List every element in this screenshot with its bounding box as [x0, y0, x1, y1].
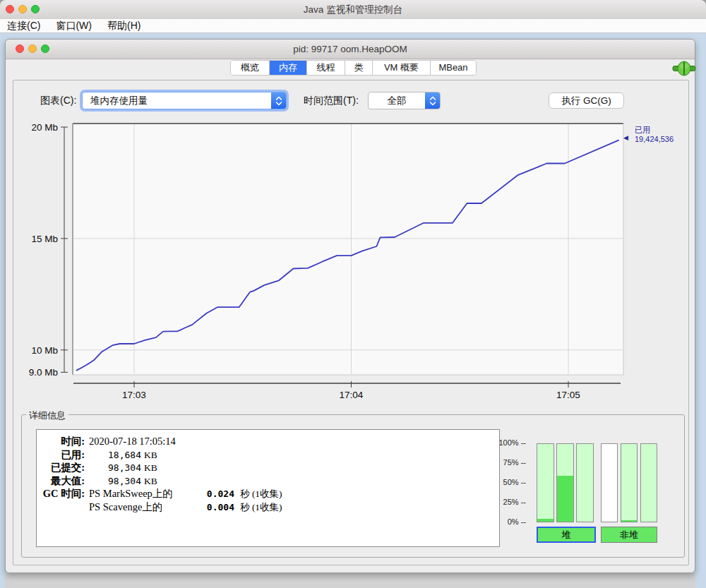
- svg-text:9.0 Mb: 9.0 Mb: [29, 367, 58, 378]
- pid-window-title: pid: 99717 oom.HeapOOM: [6, 40, 695, 59]
- legend-last-value: 19,424,536: [635, 135, 674, 144]
- detail-row-gc-marksweep: GC 时间:PS MarkSweep上的0.024秒 (1收集): [38, 487, 499, 500]
- gauge-bar-fill: [621, 520, 637, 522]
- details-text-panel: 时间:2020-07-18 17:05:14 已用:18,684KB 已提交:9…: [36, 429, 500, 547]
- chart-legend: 已用 19,424,536: [635, 126, 674, 144]
- details-group-title: 详细信息: [26, 409, 68, 422]
- tab-memory[interactable]: 内存: [269, 61, 306, 75]
- svg-text:17:04: 17:04: [340, 390, 364, 400]
- gauge-percent-scale: 100% --75% --50% --25% --0% --: [489, 438, 526, 537]
- memory-pool-gauge-bar[interactable]: [640, 443, 657, 522]
- main-window-titlebar: Java 监视和管理控制台: [0, 0, 706, 20]
- svg-text:17:03: 17:03: [122, 390, 146, 400]
- gauge-scale-label: 0% --: [489, 517, 526, 537]
- memory-pool-gauge-bar[interactable]: [537, 443, 554, 522]
- time-range-combobox[interactable]: 全部: [368, 92, 441, 109]
- chart-select-value: 堆内存使用量: [83, 95, 271, 107]
- detail-row-committed: 已提交:98,304KB: [38, 461, 499, 474]
- nonheap-pool-bars: [601, 443, 657, 522]
- svg-text:15 Mb: 15 Mb: [31, 234, 58, 244]
- pid-window-titlebar: pid: 99717 oom.HeapOOM: [6, 40, 695, 59]
- tabbar: 概览 内存 线程 类 VM 概要 MBean: [230, 60, 477, 76]
- gauge-scale-label: 50% --: [489, 478, 526, 498]
- detail-committed-value: 98,304: [89, 462, 141, 474]
- tab-vm-summary[interactable]: VM 概要: [372, 61, 430, 75]
- connection-status-plug-icon: [671, 61, 697, 76]
- pid-window: pid: 99717 oom.HeapOOM 概览 内存 线程 类 VM 概要 …: [5, 39, 695, 573]
- menubar: 连接(C) 窗口(W) 帮助(H): [0, 19, 706, 33]
- legend-marker-icon: ◀: [623, 134, 628, 141]
- gauge-scale-label: 75% --: [489, 458, 526, 478]
- menu-window[interactable]: 窗口(W): [56, 20, 92, 32]
- memory-tab-panel: 图表(C): 堆内存使用量 时间范围(T): 全部 执行 GC(G) 20 Mb: [13, 80, 689, 565]
- chart-select-combobox[interactable]: 堆内存使用量: [82, 92, 287, 109]
- menu-help[interactable]: 帮助(H): [107, 20, 140, 32]
- memory-pool-gauge-bar[interactable]: [556, 443, 574, 522]
- desktop-background: pid: 99717 oom.HeapOOM 概览 内存 线程 类 VM 概要 …: [0, 33, 706, 588]
- nonheap-button[interactable]: 非堆: [601, 527, 657, 543]
- chevron-up-down-icon: [271, 92, 286, 109]
- detail-time-value: 2020-07-18 17:05:14: [89, 436, 176, 447]
- time-range-label: 时间范围(T):: [304, 92, 359, 109]
- gauge-bar-fill: [557, 476, 573, 522]
- detail-row-gc-scavenge: PS Scavenge上的0.004秒 (1收集): [38, 500, 499, 514]
- memory-pool-gauge-bar[interactable]: [576, 443, 594, 522]
- heap-memory-usage-chart: 20 Mb15 Mb10 Mb9.0 Mb17:0317:0417:05: [16, 118, 637, 404]
- time-range-value: 全部: [369, 95, 425, 107]
- heap-pool-bars: [537, 443, 594, 522]
- jconsole-screen: Java 监视和管理控制台 连接(C) 窗口(W) 帮助(H) pid: 997…: [0, 0, 706, 588]
- memory-pool-gauge-bar[interactable]: [621, 443, 638, 522]
- menu-connection[interactable]: 连接(C): [7, 20, 40, 32]
- chart-select-label: 图表(C):: [40, 92, 76, 109]
- details-groupbox: 详细信息 时间:2020-07-18 17:05:14 已用:18,684KB …: [21, 414, 685, 558]
- detail-row-max: 最大值:98,304KB: [38, 474, 499, 488]
- detail-used-value: 18,684: [89, 449, 141, 462]
- svg-text:10 Mb: 10 Mb: [31, 345, 58, 356]
- perform-gc-button[interactable]: 执行 GC(G): [549, 92, 624, 109]
- chevron-up-down-icon: [425, 92, 440, 109]
- main-window-title: Java 监视和管理控制台: [0, 0, 706, 19]
- heap-button[interactable]: 堆: [537, 527, 596, 543]
- tab-classes[interactable]: 类: [345, 61, 372, 75]
- detail-row-time: 时间:2020-07-18 17:05:14: [38, 435, 499, 448]
- tab-mbean[interactable]: MBean: [430, 61, 476, 75]
- legend-series-name: 已用: [635, 126, 674, 135]
- gauge-scale-label: 25% --: [489, 498, 526, 517]
- detail-row-used: 已用:18,684KB: [38, 448, 499, 462]
- svg-text:20 Mb: 20 Mb: [31, 122, 58, 133]
- tab-overview[interactable]: 概览: [231, 61, 269, 75]
- svg-text:17:05: 17:05: [556, 390, 580, 400]
- gauge-scale-label: 100% --: [489, 438, 526, 458]
- memory-pool-gauge-bar[interactable]: [601, 443, 618, 522]
- window-shadow-strip: [5, 573, 695, 588]
- detail-max-value: 98,304: [89, 475, 141, 488]
- tab-threads[interactable]: 线程: [306, 61, 345, 75]
- gauge-bar-fill: [537, 519, 554, 522]
